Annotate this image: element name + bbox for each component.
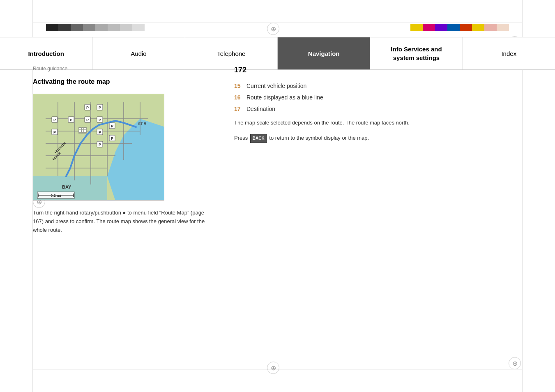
svg-text:ST R: ST R (138, 122, 147, 126)
page-number: 172 (234, 66, 522, 74)
cb-r4 (447, 24, 460, 31)
tab-navigation[interactable]: Navigation (278, 37, 370, 69)
item-16-text: Route displayed as a blue line (246, 94, 323, 101)
tab-introduction[interactable]: Introduction (0, 37, 92, 69)
cb-r8 (497, 24, 509, 31)
right-column: 172 15 Current vehicle position 16 Route… (226, 66, 522, 367)
svg-text:P: P (99, 118, 101, 122)
tab-telephone[interactable]: Telephone (185, 37, 278, 69)
svg-text:P: P (99, 106, 101, 110)
svg-text:P: P (99, 130, 101, 134)
svg-rect-37 (79, 128, 81, 129)
svg-rect-38 (82, 128, 83, 129)
svg-text:P: P (111, 124, 113, 128)
svg-rect-39 (84, 128, 86, 129)
tab-index[interactable]: Index (463, 37, 555, 69)
color-bar-left (46, 24, 145, 31)
cb-4 (83, 24, 95, 31)
left-column: Route guidance Activating the route map (33, 66, 226, 367)
cb-8 (132, 24, 145, 31)
cb-6 (108, 24, 120, 31)
svg-text:P: P (70, 118, 72, 122)
compass-top-center: ⊕ (267, 23, 279, 35)
content-area: Route guidance Activating the route map (33, 66, 522, 367)
section-title: Activating the route map (33, 78, 214, 85)
caption-text: Turn the right-hand rotary/pushbutton ● … (33, 209, 214, 234)
cb-7 (120, 24, 132, 31)
svg-rect-42 (84, 130, 86, 132)
item-16: 16 Route displayed as a blue line (234, 94, 522, 101)
cb-3 (71, 24, 83, 31)
svg-text:0.2 mi: 0.2 mi (51, 194, 61, 198)
section-label: Route guidance (33, 66, 214, 71)
svg-text:P: P (111, 136, 113, 141)
cb-r2 (423, 24, 435, 31)
nav-tabs: Introduction Audio Telephone Navigation … (0, 37, 555, 70)
item-15: 15 Current vehicle position (234, 83, 522, 89)
item-15-number: 15 (234, 83, 246, 89)
svg-rect-41 (82, 130, 83, 132)
route-map-image: P P P P P P P P P P (33, 94, 164, 201)
svg-rect-40 (79, 130, 81, 132)
cb-r3 (435, 24, 447, 31)
back-button-label: BACK (250, 134, 267, 143)
cb-1 (46, 24, 58, 31)
top-line (33, 23, 522, 23)
body-text-1: The map scale selected depends on the ro… (234, 119, 431, 127)
item-17-text: Destination (246, 106, 275, 112)
cb-r7 (484, 24, 497, 31)
item-16-number: 16 (234, 94, 246, 101)
svg-text:P: P (53, 118, 56, 122)
cb-2 (58, 24, 71, 31)
item-17-number: 17 (234, 106, 246, 112)
map-svg: P P P P P P P P P P (33, 94, 164, 201)
tab-audio[interactable]: Audio (92, 37, 185, 69)
svg-text:P: P (86, 106, 89, 110)
svg-text:P: P (99, 143, 101, 147)
cb-r6 (472, 24, 484, 31)
cb-r1 (410, 24, 423, 31)
item-17: 17 Destination (234, 106, 522, 112)
cb-5 (95, 24, 108, 31)
body-text-2: Press BACK to return to the symbol displ… (234, 134, 431, 143)
cb-r5 (460, 24, 472, 31)
tab-info-services[interactable]: Info Services andsystem settings (370, 37, 463, 69)
svg-text:P: P (86, 118, 89, 122)
color-bar-right (410, 24, 509, 31)
item-15-text: Current vehicle position (246, 83, 306, 89)
svg-text:P: P (53, 130, 56, 134)
svg-text:BAY: BAY (62, 184, 71, 189)
